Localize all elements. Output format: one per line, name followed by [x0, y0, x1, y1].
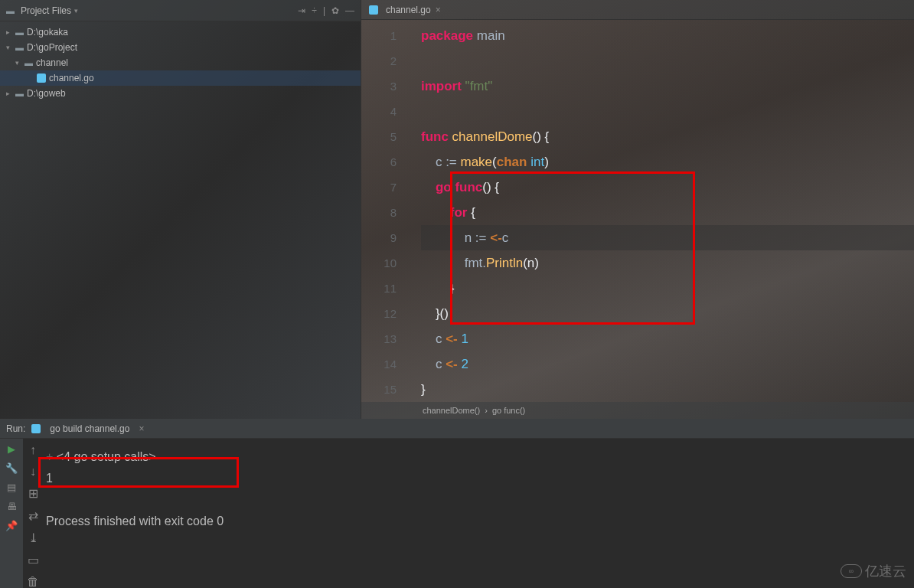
- fold-gutter[interactable]: [407, 20, 418, 402]
- editor-body[interactable]: 123456789101112131415 package mainimport…: [361, 20, 914, 402]
- close-icon[interactable]: ×: [436, 5, 441, 15]
- code-line[interactable]: c <- 1: [421, 326, 914, 351]
- code-line[interactable]: for {: [421, 200, 914, 225]
- separator: |: [323, 5, 325, 16]
- wrench-icon[interactable]: 🔧: [5, 462, 18, 474]
- layout-icon[interactable]: ▤: [7, 482, 16, 493]
- console-output[interactable]: + <4 go setup calls> 1 Process finished …: [43, 439, 914, 588]
- watermark-text: 亿速云: [865, 562, 906, 580]
- code-line[interactable]: }(): [421, 301, 914, 326]
- code-line[interactable]: }: [421, 276, 914, 301]
- close-icon[interactable]: ×: [139, 423, 144, 434]
- expand-icon[interactable]: ⊞: [28, 486, 38, 501]
- wrap-icon[interactable]: ⇄: [28, 508, 38, 523]
- breadcrumb-sub[interactable]: go func(): [492, 406, 525, 415]
- code-line[interactable]: fmt.Println(n): [421, 250, 914, 276]
- dropdown-icon[interactable]: ▾: [74, 7, 78, 15]
- watermark: ∞ 亿速云: [841, 562, 906, 580]
- console-setup: <4 go setup calls>: [57, 450, 156, 463]
- code-line[interactable]: import "fmt": [421, 74, 914, 99]
- gofile-icon: [37, 74, 46, 83]
- tree-label: D:\goProject: [27, 42, 77, 53]
- tree-item[interactable]: ▸▬D:\goweb: [0, 86, 361, 101]
- code-line[interactable]: [421, 48, 914, 74]
- filter-icon[interactable]: ▭: [28, 553, 39, 567]
- tab-channel-go[interactable]: channel.go ×: [361, 0, 449, 19]
- breadcrumb[interactable]: channelDome() › go func(): [361, 402, 914, 419]
- project-tree[interactable]: ▸▬D:\gokaka▾▬D:\goProject▾▬channelchanne…: [0, 21, 361, 419]
- tree-label: channel.go: [49, 73, 94, 83]
- trash-icon[interactable]: 🗑: [27, 575, 39, 588]
- run-tool-window: Run: go build channel.go × ▶ 🔧 ▤ 🖶 📌 ↑ ↓…: [0, 419, 914, 588]
- hide-icon[interactable]: —: [345, 5, 354, 16]
- code-area[interactable]: package mainimport "fmt"func channelDome…: [418, 20, 914, 402]
- code-line[interactable]: n := <-c: [421, 225, 914, 250]
- divide-icon[interactable]: ÷: [312, 5, 317, 16]
- tree-label: D:\gokaka: [27, 27, 68, 38]
- code-line[interactable]: }: [421, 377, 914, 402]
- code-line[interactable]: go func() {: [421, 175, 914, 200]
- down-icon[interactable]: ↓: [30, 465, 36, 479]
- scroll-icon[interactable]: ⤓: [28, 531, 38, 545]
- line-gutter: 123456789101112131415: [361, 20, 407, 402]
- code-line[interactable]: [421, 99, 914, 124]
- run-toolbar-right: ↑ ↓ ⊞ ⇄ ⤓ ▭ 🗑: [23, 439, 43, 588]
- tree-label: D:\goweb: [27, 88, 66, 99]
- console-line-1: 1: [46, 468, 911, 489]
- gear-icon[interactable]: ✿: [331, 5, 339, 16]
- play-icon[interactable]: ▶: [8, 443, 15, 455]
- tree-item[interactable]: ▸▬D:\gokaka: [0, 24, 361, 40]
- tree-item[interactable]: channel.go: [0, 70, 361, 86]
- pin-icon[interactable]: 📌: [5, 520, 18, 531]
- folder-icon: ▬: [15, 43, 24, 52]
- code-line[interactable]: c <- 2: [421, 351, 914, 377]
- tree-item[interactable]: ▾▬D:\goProject: [0, 40, 361, 55]
- project-title: Project Files: [21, 5, 71, 16]
- chevron-right-icon: ›: [485, 406, 488, 415]
- folder-icon: ▬: [24, 58, 33, 67]
- folder-icon: ▬: [15, 89, 24, 98]
- tab-label: channel.go: [386, 5, 431, 15]
- editor-panel: channel.go × 123456789101112131415 packa…: [361, 0, 914, 419]
- run-config-name[interactable]: go build channel.go: [50, 423, 129, 434]
- folder-icon: ▬: [6, 6, 15, 15]
- console-finished: Process finished with exit code 0: [46, 511, 911, 532]
- breadcrumb-fn[interactable]: channelDome(): [423, 406, 480, 415]
- project-tool-window: ▬ Project Files ▾ ⇥ ÷ | ✿ — ▸▬D:\gokaka▾…: [0, 0, 361, 419]
- print-icon[interactable]: 🖶: [7, 501, 17, 512]
- gofile-icon: [369, 5, 378, 15]
- code-line[interactable]: func channelDome() {: [421, 124, 914, 149]
- cloud-icon: ∞: [841, 564, 862, 578]
- up-icon[interactable]: ↑: [30, 443, 36, 457]
- run-label: Run:: [6, 423, 25, 434]
- folder-icon: ▬: [15, 28, 24, 37]
- code-line[interactable]: c := make(chan int): [421, 149, 914, 175]
- editor-tabs: channel.go ×: [361, 0, 914, 20]
- run-toolbar-left: ▶ 🔧 ▤ 🖶 📌: [0, 439, 23, 588]
- project-header: ▬ Project Files ▾ ⇥ ÷ | ✿ —: [0, 0, 361, 21]
- tree-item[interactable]: ▾▬channel: [0, 55, 361, 70]
- code-line[interactable]: package main: [421, 23, 914, 48]
- collapse-icon[interactable]: ⇥: [298, 5, 305, 16]
- tree-label: channel: [36, 57, 68, 68]
- gofile-icon: [31, 424, 41, 433]
